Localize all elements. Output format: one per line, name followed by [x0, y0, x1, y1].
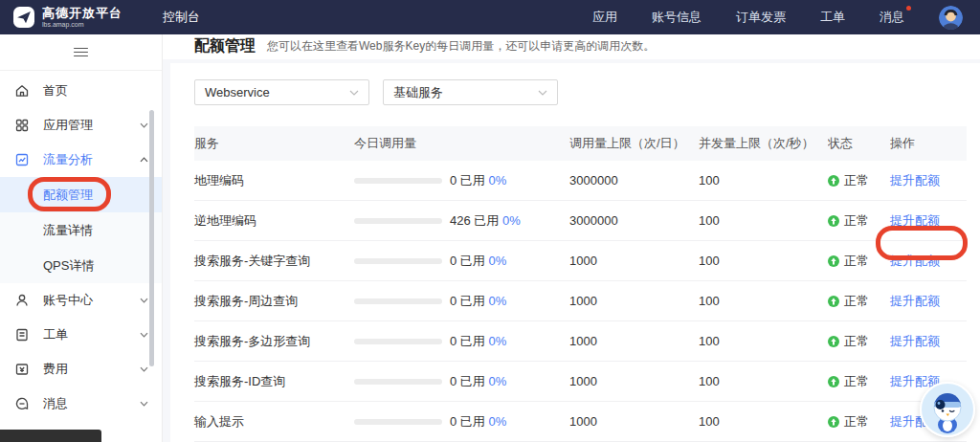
usage-progress-bar [354, 298, 442, 304]
billing-icon [14, 362, 30, 377]
quota-card: Webservice 基础服务 服务 今日调用量 调用量上限（次/日） 并发量上… [170, 63, 980, 442]
logo-subtitle: lbs.amap.com [42, 21, 122, 28]
amap-logo[interactable]: 高德开放平台 lbs.amap.com [13, 7, 122, 28]
usage-progress-bar [354, 218, 442, 224]
sidebar-item-billing[interactable]: 费用 [0, 352, 162, 387]
sidebar-item-label: 消息 [43, 395, 68, 412]
service-name: 搜索服务-周边查询 [194, 293, 354, 310]
status-ok-icon [828, 215, 839, 227]
status-label: 正常 [844, 212, 869, 230]
usage-text: 0 已用 0% [450, 253, 506, 270]
usage-text: 0 已用 0% [450, 413, 506, 431]
sidebar-item-label: 流量详情 [43, 222, 93, 239]
sidebar-item-traffic-analysis[interactable]: 流量分析 [0, 143, 162, 177]
chevron-down-icon [349, 90, 359, 96]
raise-quota-link[interactable]: 提升配额 [890, 294, 940, 308]
qps-limit-value: 100 [699, 374, 828, 388]
message-bubble-icon [14, 396, 30, 411]
sidebar-item-quota-management[interactable]: 配额管理 [0, 177, 162, 212]
sidebar-item-work-orders[interactable]: 工单 [0, 318, 162, 352]
nav-item-orders-invoices[interactable]: 订单发票 [736, 9, 786, 26]
nav-item-account-info[interactable]: 账号信息 [652, 9, 702, 26]
daily-limit-value: 1000 [569, 254, 699, 268]
status-ok-icon [828, 416, 839, 428]
table-row: 搜索服务-周边查询 0 已用 0% 1000 100 正常 提升配额 [194, 281, 967, 321]
status-ok-icon [828, 296, 839, 307]
table-row: 搜索服务-多边形查询 0 已用 0% 1000 100 正常 提升配额 [194, 321, 967, 362]
daily-limit-value: 1000 [569, 374, 699, 388]
status-label: 正常 [844, 373, 869, 390]
sidebar-scrollbar[interactable] [149, 110, 154, 366]
daily-limit-value: 1000 [569, 414, 699, 429]
qps-limit-value: 100 [699, 213, 828, 228]
col-daily-limit: 调用量上限（次/日） [569, 135, 699, 152]
category-value: 基础服务 [393, 84, 443, 101]
usage-text: 426 已用 0% [450, 212, 521, 230]
status-ok-icon [828, 255, 839, 267]
customer-service-mascot[interactable] [920, 382, 975, 437]
console-nav-link[interactable]: 控制台 [163, 9, 200, 26]
service-name: 搜索服务-ID查询 [194, 373, 354, 390]
usage-text: 0 已用 0% [450, 333, 506, 350]
main-content: 配额管理 您可以在这里查看Web服务Key的每日调用量，还可以申请更高的调用次数… [163, 34, 980, 442]
user-avatar[interactable] [939, 6, 963, 30]
chevron-down-icon [140, 366, 148, 372]
nav-item-messages[interactable]: 消息 [880, 9, 904, 26]
service-type-value: Webservice [205, 85, 270, 99]
qps-limit-value: 100 [699, 254, 828, 268]
sidebar-item-label: 配额管理 [43, 187, 93, 204]
raise-quota-link[interactable]: 提升配额 [890, 334, 940, 348]
user-icon [14, 293, 30, 308]
sidebar-item-app-management[interactable]: 应用管理 [0, 108, 162, 143]
status-ok-icon [828, 376, 839, 387]
status-label: 正常 [844, 293, 869, 310]
table-row: 逆地理编码 426 已用 0% 3000000 100 正常 提升配额 [194, 201, 967, 241]
sidebar-item-traffic-details[interactable]: 流量详情 [0, 212, 162, 248]
col-service: 服务 [194, 135, 354, 152]
table-row: 搜索服务-关键字查询 0 已用 0% 1000 100 正常 提升配额 [194, 241, 967, 281]
sidebar-collapse-icon[interactable] [74, 45, 88, 59]
chevron-down-icon [140, 298, 148, 303]
sidebar-item-label: 首页 [43, 82, 68, 99]
daily-limit-value: 3000000 [569, 173, 699, 188]
usage-progress-bar [354, 258, 442, 264]
usage-progress-bar [354, 379, 442, 385]
browser-status-tooltip [0, 430, 101, 442]
page-description: 您可以在这里查看Web服务Key的每日调用量，还可以申请更高的调用次数。 [267, 38, 655, 55]
raise-quota-link[interactable]: 提升配额 [890, 213, 940, 228]
raise-quota-link[interactable]: 提升配额 [890, 173, 940, 188]
status-ok-icon [828, 336, 839, 347]
sidebar-item-label: 应用管理 [43, 117, 93, 134]
nav-item-tickets[interactable]: 工单 [820, 9, 845, 26]
service-name: 逆地理编码 [194, 212, 354, 230]
daily-limit-value: 3000000 [569, 213, 699, 228]
usage-text: 0 已用 0% [450, 293, 506, 310]
status-label: 正常 [844, 333, 869, 350]
sidebar-item-label: 账号中心 [43, 292, 93, 309]
nav-item-apps[interactable]: 应用 [592, 9, 617, 26]
col-status: 状态 [828, 135, 890, 152]
sidebar-item-messages[interactable]: 消息 [0, 387, 162, 421]
qps-limit-value: 100 [699, 173, 828, 188]
chevron-down-icon [140, 401, 148, 407]
usage-progress-bar [354, 339, 442, 344]
sidebar-item-label: QPS详情 [43, 257, 94, 275]
col-qps-limit: 并发量上限（次/秒） [699, 135, 828, 152]
service-name: 地理编码 [194, 172, 354, 189]
service-type-select[interactable]: Webservice [194, 79, 369, 105]
daily-limit-value: 1000 [569, 334, 699, 348]
unread-badge-dot [906, 6, 911, 11]
table-row: 输入提示 0 已用 0% 1000 100 正常 提升配额 [194, 402, 967, 442]
table-row: 地理编码 0 已用 0% 3000000 100 正常 提升配额 [194, 161, 967, 201]
raise-quota-link[interactable]: 提升配额 [890, 254, 940, 268]
sidebar-item-qps-details[interactable]: QPS详情 [0, 248, 162, 283]
sidebar-item-home[interactable]: 首页 [0, 74, 162, 108]
category-select[interactable]: 基础服务 [383, 79, 558, 105]
usage-progress-bar [354, 178, 442, 184]
sidebar-item-account-center[interactable]: 账号中心 [0, 283, 162, 318]
sidebar-item-label: 费用 [43, 361, 68, 378]
home-icon [14, 83, 30, 99]
chevron-up-icon [140, 157, 148, 163]
usage-text: 0 已用 0% [450, 373, 506, 390]
usage-text: 0 已用 0% [450, 172, 506, 189]
